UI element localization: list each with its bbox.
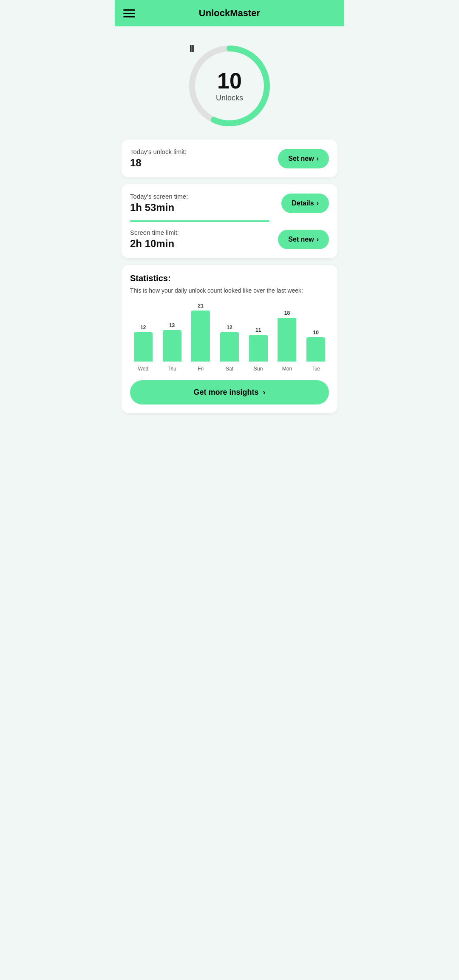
bar [134, 332, 153, 362]
unlock-label: Unlocks [216, 94, 243, 103]
bar [278, 318, 296, 362]
bar-day: Sat [226, 366, 233, 372]
bar-item: 12 Wed [130, 325, 156, 372]
bar-day: Mon [282, 366, 292, 372]
bar [163, 330, 181, 362]
screen-time-limit-text: Screen time limit: 2h 10min [130, 229, 179, 250]
bar-day: Fri [198, 366, 204, 372]
screen-time-limit-value: 2h 10min [130, 238, 179, 250]
menu-icon [123, 13, 135, 14]
details-label: Details [292, 199, 314, 207]
bar-value: 21 [198, 303, 204, 309]
set-unlock-limit-label: Set new [288, 155, 314, 162]
statistics-card: Statistics: This is how your daily unloc… [122, 265, 337, 413]
bar-value: 12 [227, 325, 232, 330]
bar-day: Tue [312, 366, 320, 372]
unlock-circle-section: ⏸ 10 Unlocks [122, 35, 337, 133]
bar-item: 11 Sun [245, 327, 272, 372]
bar-item: 21 Fri [187, 303, 214, 372]
bar-day: Thu [167, 366, 176, 372]
bar [306, 337, 325, 362]
unlock-limit-row: Today's unlock limit: 18 Set new › [130, 148, 329, 169]
unlock-count: 10 [216, 70, 243, 92]
bar [191, 311, 210, 362]
app-title: UnlockMaster [199, 8, 260, 19]
chevron-right-icon: › [317, 236, 319, 243]
bar-value: 10 [313, 330, 318, 336]
bar-day: Sun [254, 366, 263, 372]
bar-item: 18 Mon [274, 310, 300, 372]
screen-time-text: Today's screen time: 1h 53min [130, 193, 188, 214]
main-content: ⏸ 10 Unlocks Today's unlock limit: 18 Se… [115, 26, 344, 422]
bar-day: Wed [138, 366, 148, 372]
statistics-title: Statistics: [130, 273, 329, 283]
chevron-right-icon: › [317, 199, 319, 207]
unlock-limit-value: 18 [130, 157, 187, 169]
bar-value: 18 [284, 310, 290, 316]
screen-time-limit-row: Screen time limit: 2h 10min Set new › [130, 229, 329, 250]
screen-time-label: Today's screen time: [130, 193, 188, 200]
set-screen-time-limit-label: Set new [288, 236, 314, 243]
bar [249, 335, 268, 362]
unlock-limit-card: Today's unlock limit: 18 Set new › [122, 140, 337, 177]
circle-container: 10 Unlocks [187, 43, 272, 128]
unlock-limit-label: Today's unlock limit: [130, 148, 187, 155]
bar-value: 13 [169, 322, 175, 328]
screen-time-limit-label: Screen time limit: [130, 229, 179, 236]
menu-icon [123, 16, 135, 17]
bar-value: 11 [255, 327, 261, 333]
bar-item: 12 Sat [216, 325, 243, 372]
menu-button[interactable] [123, 9, 135, 17]
circle-inner: 10 Unlocks [216, 70, 243, 103]
details-button[interactable]: Details › [281, 194, 329, 213]
bar-value: 12 [140, 325, 146, 330]
screen-time-value: 1h 53min [130, 202, 188, 214]
bar-item: 10 Tue [303, 330, 329, 372]
screen-time-progress-bar [130, 220, 269, 222]
bar-chart: 12 Wed 13 Thu 21 Fri 12 Sat 11 Sun 18 Mo… [130, 304, 329, 372]
set-screen-time-limit-button[interactable]: Set new › [278, 230, 329, 249]
bar [220, 332, 239, 362]
chevron-right-icon: › [317, 155, 319, 162]
unlock-limit-text: Today's unlock limit: 18 [130, 148, 187, 169]
get-insights-button[interactable]: Get more insights › [130, 380, 329, 405]
set-unlock-limit-button[interactable]: Set new › [278, 149, 329, 168]
screen-time-card: Today's screen time: 1h 53min Details › … [122, 184, 337, 258]
chevron-right-icon: › [263, 388, 266, 397]
bar-item: 13 Thu [159, 322, 185, 372]
app-header: UnlockMaster [115, 0, 344, 26]
get-insights-label: Get more insights [193, 388, 258, 397]
statistics-description: This is how your daily unlock count look… [130, 287, 329, 295]
menu-icon [123, 9, 135, 11]
screen-time-row: Today's screen time: 1h 53min Details › [130, 193, 329, 214]
